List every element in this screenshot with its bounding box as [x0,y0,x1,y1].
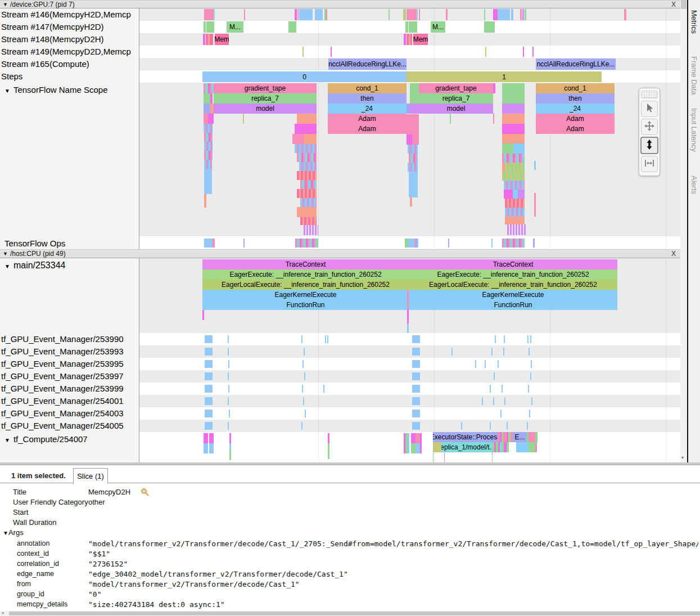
trace-event[interactable] [297,207,317,217]
gpu-event-manager-row-track[interactable] [139,333,680,345]
trace-event[interactable] [535,432,538,442]
trace-event[interactable] [533,239,535,248]
trace-event[interactable] [498,360,499,368]
trace-event[interactable] [416,433,420,443]
trace-event[interactable] [205,410,213,417]
trace-event[interactable] [529,442,535,452]
trace-event[interactable] [412,410,420,417]
trace-event[interactable] [411,433,416,443]
trace-event[interactable] [300,217,317,225]
trace-event[interactable] [408,163,418,172]
trace-event[interactable] [433,442,441,452]
trace-event[interactable]: Mem [215,34,229,45]
trace-event[interactable] [530,335,531,343]
trace-event[interactable] [204,160,212,169]
stream-row-track[interactable] [139,8,680,21]
trace-event[interactable] [204,104,210,114]
trace-event[interactable] [407,310,409,323]
trace-event[interactable] [513,190,518,199]
trace-event[interactable]: replica_7 [214,93,317,104]
trace-event[interactable] [405,21,408,33]
trace-event[interactable] [529,410,530,417]
search-icon[interactable] [141,488,149,498]
trace-event[interactable] [513,143,525,154]
trace-event[interactable] [504,397,505,405]
trace-event[interactable] [407,134,412,145]
collapse-triangle-icon[interactable]: ▼ [4,263,10,269]
trace-event[interactable]: EagerExecute: __inference_train_function… [202,269,409,280]
trace-event[interactable] [492,452,493,462]
trace-event[interactable] [535,442,537,452]
trace-event[interactable] [502,124,525,134]
trace-event[interactable] [410,93,419,104]
trace-event[interactable] [448,239,449,248]
trace-event[interactable]: M... [431,21,445,33]
trace-event[interactable] [493,9,498,20]
trace-event[interactable] [303,397,304,405]
collapse-triangle-icon[interactable]: ▼ [4,437,10,443]
trace-event[interactable] [511,9,513,20]
trace-event[interactable] [494,372,495,380]
trace-event[interactable] [214,9,215,20]
group-toggle[interactable]: ▼TensorFlow Name Scope [0,85,139,95]
stream-row-track[interactable]: 01 [139,70,680,83]
trace-event[interactable]: Adam [328,114,407,124]
trace-event[interactable] [409,172,418,197]
trace-event[interactable] [450,114,451,124]
trace-event[interactable] [206,21,214,33]
trace-event[interactable] [502,93,525,104]
trace-event[interactable] [213,239,215,248]
trace-event[interactable] [229,450,231,460]
trace-event[interactable] [475,360,476,368]
trace-event[interactable] [204,133,213,142]
trace-event[interactable]: then [536,93,615,104]
trace-event[interactable]: EagerExecute: __inference_train_function… [409,269,617,280]
trace-event[interactable]: EagerKernelExecute [409,290,617,300]
trace-event[interactable] [204,151,213,160]
trace-event[interactable] [324,9,326,20]
stream-row-track[interactable]: ncclAllReduceRingLLKe...ncclAllReduceRin… [139,58,680,70]
trace-event[interactable] [292,134,304,144]
tensorflow-ops-row-track[interactable] [139,236,680,249]
trace-event[interactable]: Adam [536,124,615,134]
trace-event[interactable] [532,47,534,57]
trace-event[interactable] [210,34,213,45]
trace-event[interactable] [507,442,509,452]
trace-event[interactable] [490,385,491,393]
trace-event[interactable]: cond_1 [536,83,615,93]
trace-event[interactable] [228,385,229,393]
trace-event[interactable] [408,239,413,248]
horizontal-scrollbar[interactable]: ◂ [0,611,700,616]
trace-event[interactable] [482,397,483,405]
gpu-event-manager-row-track[interactable] [139,358,680,370]
trace-event[interactable] [304,225,318,235]
trace-event[interactable] [490,422,491,430]
trace-event[interactable] [410,197,412,206]
scroll-down-icon[interactable]: ▾ [681,455,684,460]
trace-event[interactable] [317,239,318,248]
trace-event[interactable] [228,397,229,405]
trace-event[interactable] [505,199,525,208]
stream-row-track[interactable]: M...M... [139,21,680,33]
trace-event[interactable] [204,142,213,151]
trace-event[interactable] [208,114,214,124]
trace-event[interactable] [518,190,525,199]
trace-event[interactable]: TraceContext [202,259,409,269]
trace-event[interactable] [529,432,535,442]
sidebar-tab-metrics[interactable]: Metrics [690,10,698,34]
trace-event[interactable]: ncclAllReduceRingLLKe... [536,59,616,70]
group-toggle[interactable]: ▼main/253344 [0,260,139,271]
trace-event[interactable]: ncclAllReduceRingLLKe... [328,59,407,70]
trace-event[interactable]: TraceContext [409,259,617,269]
trace-event[interactable]: M... [227,21,243,33]
group-toggle[interactable]: ▼tf_Compute/254007 [0,434,139,444]
trace-event[interactable] [412,397,420,405]
trace-event[interactable] [326,9,327,20]
trace-event[interactable] [485,360,486,368]
trace-event[interactable]: ExecutorState::Process [433,432,498,442]
trace-event[interactable] [505,208,525,217]
trace-event[interactable] [403,9,405,20]
trace-event[interactable]: FunctionRun [202,300,409,310]
trace-event[interactable] [498,9,510,20]
panel-divider[interactable] [0,462,700,465]
